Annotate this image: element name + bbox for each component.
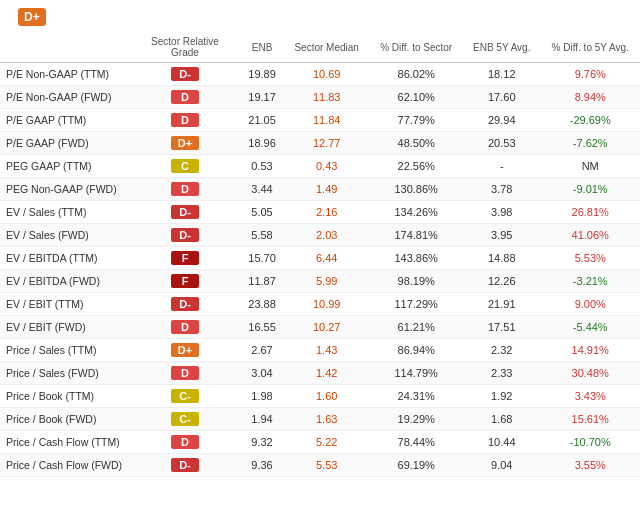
- cell-diff-5y: 9.00%: [540, 293, 640, 316]
- cell-sector-median: 2.16: [284, 201, 369, 224]
- cell-enb: 23.88: [240, 293, 284, 316]
- cell-sector-median: 5.99: [284, 270, 369, 293]
- table-row: EV / Sales (FWD)D-5.582.03174.81%3.9541.…: [0, 224, 640, 247]
- cell-sector-grade: D+: [130, 339, 240, 362]
- cell-metric: EV / EBITDA (FWD): [0, 270, 130, 293]
- cell-metric: Price / Book (TTM): [0, 385, 130, 408]
- cell-sector-median: 1.43: [284, 339, 369, 362]
- cell-enb-5y: -: [463, 155, 540, 178]
- cell-diff-sector: 114.79%: [369, 362, 463, 385]
- cell-sector-grade: D: [130, 431, 240, 454]
- table-row: EV / EBIT (TTM)D-23.8810.99117.29%21.919…: [0, 293, 640, 316]
- cell-enb: 1.94: [240, 408, 284, 431]
- cell-sector-grade: C-: [130, 408, 240, 431]
- page-header: D+: [0, 0, 640, 32]
- table-row: P/E GAAP (FWD)D+18.9612.7748.50%20.53-7.…: [0, 132, 640, 155]
- cell-diff-5y: 5.53%: [540, 247, 640, 270]
- table-row: Price / Sales (FWD)D3.041.42114.79%2.333…: [0, 362, 640, 385]
- cell-diff-5y: 30.48%: [540, 362, 640, 385]
- cell-sector-median: 10.27: [284, 316, 369, 339]
- cell-sector-median: 1.60: [284, 385, 369, 408]
- cell-sector-grade: D: [130, 316, 240, 339]
- col-metric: [0, 32, 130, 63]
- cell-enb: 2.67: [240, 339, 284, 362]
- cell-diff-sector: 98.19%: [369, 270, 463, 293]
- cell-sector-grade: D-: [130, 224, 240, 247]
- cell-metric: PEG Non-GAAP (FWD): [0, 178, 130, 201]
- cell-enb: 18.96: [240, 132, 284, 155]
- cell-enb-5y: 3.78: [463, 178, 540, 201]
- cell-sector-grade: D-: [130, 454, 240, 477]
- table-row: EV / EBIT (FWD)D16.5510.2761.21%17.51-5.…: [0, 316, 640, 339]
- cell-diff-sector: 130.86%: [369, 178, 463, 201]
- cell-enb-5y: 1.68: [463, 408, 540, 431]
- cell-metric: EV / Sales (FWD): [0, 224, 130, 247]
- cell-diff-5y: 26.81%: [540, 201, 640, 224]
- cell-enb: 16.55: [240, 316, 284, 339]
- table-row: Price / Book (TTM)C-1.981.6024.31%1.923.…: [0, 385, 640, 408]
- table-row: EV / EBITDA (FWD)F11.875.9998.19%12.26-3…: [0, 270, 640, 293]
- cell-enb: 5.05: [240, 201, 284, 224]
- cell-enb-5y: 20.53: [463, 132, 540, 155]
- cell-sector-median: 1.42: [284, 362, 369, 385]
- col-diff-sector: % Diff. to Sector: [369, 32, 463, 63]
- cell-enb-5y: 3.98: [463, 201, 540, 224]
- cell-diff-sector: 61.21%: [369, 316, 463, 339]
- cell-enb-5y: 2.33: [463, 362, 540, 385]
- cell-sector-grade: C-: [130, 385, 240, 408]
- cell-metric: P/E GAAP (FWD): [0, 132, 130, 155]
- cell-diff-5y: -9.01%: [540, 178, 640, 201]
- cell-diff-5y: -3.21%: [540, 270, 640, 293]
- table-row: Price / Cash Flow (TTM)D9.325.2278.44%10…: [0, 431, 640, 454]
- cell-metric: P/E Non-GAAP (TTM): [0, 63, 130, 86]
- cell-diff-5y: 15.61%: [540, 408, 640, 431]
- col-enb: ENB: [240, 32, 284, 63]
- cell-sector-grade: D: [130, 109, 240, 132]
- cell-enb-5y: 10.44: [463, 431, 540, 454]
- table-row: Price / Cash Flow (FWD)D-9.365.5369.19%9…: [0, 454, 640, 477]
- cell-enb: 1.98: [240, 385, 284, 408]
- cell-enb: 19.17: [240, 86, 284, 109]
- cell-diff-sector: 22.56%: [369, 155, 463, 178]
- cell-sector-grade: D+: [130, 132, 240, 155]
- cell-metric: Price / Cash Flow (FWD): [0, 454, 130, 477]
- cell-metric: Price / Sales (FWD): [0, 362, 130, 385]
- table-row: EV / Sales (TTM)D-5.052.16134.26%3.9826.…: [0, 201, 640, 224]
- cell-enb-5y: 3.95: [463, 224, 540, 247]
- cell-sector-median: 1.63: [284, 408, 369, 431]
- cell-diff-5y: -7.62%: [540, 132, 640, 155]
- cell-diff-5y: -29.69%: [540, 109, 640, 132]
- cell-sector-grade: F: [130, 270, 240, 293]
- cell-diff-sector: 62.10%: [369, 86, 463, 109]
- cell-sector-grade: D: [130, 86, 240, 109]
- table-row: PEG Non-GAAP (FWD)D3.441.49130.86%3.78-9…: [0, 178, 640, 201]
- table-row: Price / Sales (TTM)D+2.671.4386.94%2.321…: [0, 339, 640, 362]
- table-row: P/E Non-GAAP (FWD)D19.1711.8362.10%17.60…: [0, 86, 640, 109]
- cell-diff-sector: 24.31%: [369, 385, 463, 408]
- cell-diff-5y: 3.43%: [540, 385, 640, 408]
- cell-sector-median: 10.69: [284, 63, 369, 86]
- cell-sector-median: 11.84: [284, 109, 369, 132]
- cell-metric: P/E GAAP (TTM): [0, 109, 130, 132]
- cell-enb-5y: 21.91: [463, 293, 540, 316]
- cell-metric: Price / Sales (TTM): [0, 339, 130, 362]
- table-row: P/E Non-GAAP (TTM)D-19.8910.6986.02%18.1…: [0, 63, 640, 86]
- cell-sector-grade: D-: [130, 63, 240, 86]
- cell-sector-median: 6.44: [284, 247, 369, 270]
- cell-metric: EV / EBIT (TTM): [0, 293, 130, 316]
- cell-enb: 21.05: [240, 109, 284, 132]
- cell-metric: P/E Non-GAAP (FWD): [0, 86, 130, 109]
- cell-diff-5y: 8.94%: [540, 86, 640, 109]
- cell-diff-sector: 117.29%: [369, 293, 463, 316]
- cell-enb: 11.87: [240, 270, 284, 293]
- cell-diff-sector: 86.94%: [369, 339, 463, 362]
- cell-enb-5y: 18.12: [463, 63, 540, 86]
- cell-diff-5y: 41.06%: [540, 224, 640, 247]
- cell-diff-sector: 143.86%: [369, 247, 463, 270]
- cell-sector-median: 5.22: [284, 431, 369, 454]
- cell-diff-sector: 134.26%: [369, 201, 463, 224]
- cell-enb: 15.70: [240, 247, 284, 270]
- cell-enb: 9.36: [240, 454, 284, 477]
- cell-metric: EV / Sales (TTM): [0, 201, 130, 224]
- cell-sector-median: 0.43: [284, 155, 369, 178]
